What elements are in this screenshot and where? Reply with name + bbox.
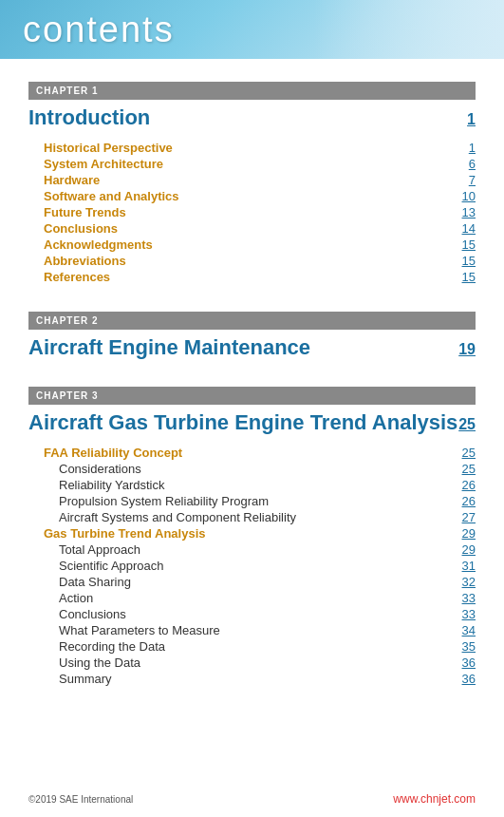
toc-item-label[interactable]: Scientific Approach xyxy=(28,559,449,573)
toc-item: Using the Data36 xyxy=(28,655,476,671)
toc-item-page[interactable]: 29 xyxy=(449,526,476,541)
toc-item: Historical Perspective1 xyxy=(28,140,476,156)
toc-item-label[interactable]: Future Trends xyxy=(28,205,449,219)
toc-item-page[interactable]: 25 xyxy=(449,446,476,460)
toc-item-page[interactable]: 36 xyxy=(449,656,476,670)
toc-item-label[interactable]: FAA Reliability Concept xyxy=(28,446,449,460)
toc-item-label[interactable]: Conclusions xyxy=(28,221,449,236)
toc-item-label[interactable]: Historical Perspective xyxy=(28,141,449,155)
toc-item: Summary36 xyxy=(28,671,476,687)
chapter-bar-2: CHAPTER 2 xyxy=(28,312,476,330)
chapter-title-row-2: Aircraft Engine Maintenance19 xyxy=(28,335,476,360)
toc-item: Recording the Data35 xyxy=(28,638,476,655)
chapter-title-1[interactable]: Introduction xyxy=(28,105,150,130)
toc-item-label[interactable]: Propulsion System Reliability Program xyxy=(28,494,449,508)
toc-item-label[interactable]: Recording the Data xyxy=(28,639,449,654)
toc-item-label[interactable]: Using the Data xyxy=(28,656,449,670)
toc-item: Considerations25 xyxy=(28,461,476,477)
toc-item: Aircraft Systems and Component Reliabili… xyxy=(28,509,476,525)
toc-item-page[interactable]: 29 xyxy=(449,542,476,557)
main-content: CHAPTER 1Introduction1Historical Perspec… xyxy=(0,59,504,732)
chapter-title-row-3: Aircraft Gas Turbine Engine Trend Analys… xyxy=(28,410,476,435)
toc-item: Abbreviations15 xyxy=(28,253,476,269)
toc-item-label[interactable]: Aircraft Systems and Component Reliabili… xyxy=(28,510,449,524)
toc-item-page[interactable]: 7 xyxy=(449,173,476,187)
toc-item-label[interactable]: Total Approach xyxy=(28,542,449,557)
toc-item-label[interactable]: Hardware xyxy=(28,173,449,187)
toc-item-page[interactable]: 25 xyxy=(449,462,476,476)
toc-item: Conclusions14 xyxy=(28,220,476,237)
toc-item-label[interactable]: Software and Analytics xyxy=(28,189,449,203)
toc-item: Hardware7 xyxy=(28,172,476,188)
toc-item-page[interactable]: 32 xyxy=(449,575,476,589)
toc-item: Total Approach29 xyxy=(28,542,476,558)
toc-item-page[interactable]: 10 xyxy=(449,189,476,203)
toc-item: Conclusions33 xyxy=(28,606,476,622)
toc-item: Data Sharing32 xyxy=(28,574,476,590)
chapter-page-3[interactable]: 25 xyxy=(458,416,476,433)
toc-item-label[interactable]: Considerations xyxy=(28,462,449,476)
toc-item: Gas Turbine Trend Analysis29 xyxy=(28,525,476,542)
toc-item-label[interactable]: Summary xyxy=(28,672,449,686)
toc-item: Propulsion System Reliability Program26 xyxy=(28,493,476,509)
toc-item-page[interactable]: 33 xyxy=(449,591,476,605)
chapter-title-2[interactable]: Aircraft Engine Maintenance xyxy=(28,335,310,360)
toc-item-page[interactable]: 1 xyxy=(449,141,476,155)
chapter-section-3: CHAPTER 3Aircraft Gas Turbine Engine Tre… xyxy=(28,387,476,687)
chapter-section-2: CHAPTER 2Aircraft Engine Maintenance19 xyxy=(28,312,476,360)
toc-item-page[interactable]: 35 xyxy=(449,639,476,654)
toc-item-page[interactable]: 13 xyxy=(449,205,476,219)
header: contents xyxy=(0,0,504,59)
toc-item: What Parameters to Measure34 xyxy=(28,622,476,638)
toc-item: References15 xyxy=(28,269,476,285)
chapter-section-1: CHAPTER 1Introduction1Historical Perspec… xyxy=(28,82,476,285)
toc-item-label[interactable]: References xyxy=(28,270,449,284)
chapter-bar-3: CHAPTER 3 xyxy=(28,387,476,405)
toc-item-label[interactable]: Reliability Yardstick xyxy=(28,478,449,492)
toc-item-page[interactable]: 31 xyxy=(449,559,476,573)
toc-item-label[interactable]: Acknowledgments xyxy=(28,238,449,252)
toc-item-page[interactable]: 33 xyxy=(449,607,476,621)
toc-item-page[interactable]: 36 xyxy=(449,672,476,686)
toc-item-label[interactable]: Gas Turbine Trend Analysis xyxy=(28,526,449,541)
footer-copyright: ©2019 SAE International xyxy=(28,794,133,805)
toc-item: Future Trends13 xyxy=(28,204,476,220)
toc-item-page[interactable]: 15 xyxy=(449,270,476,284)
chapter-page-2[interactable]: 19 xyxy=(458,341,476,358)
toc-item-page[interactable]: 6 xyxy=(449,157,476,171)
toc-item-page[interactable]: 15 xyxy=(449,254,476,268)
toc-item-label[interactable]: Action xyxy=(28,591,449,605)
toc-item-page[interactable]: 27 xyxy=(449,510,476,524)
toc-item-page[interactable]: 34 xyxy=(449,623,476,637)
toc-item-label[interactable]: What Parameters to Measure xyxy=(28,623,449,637)
toc-item-page[interactable]: 26 xyxy=(449,478,476,492)
toc-item-page[interactable]: 14 xyxy=(449,221,476,236)
toc-item: Acknowledgments15 xyxy=(28,237,476,253)
chapter-page-1[interactable]: 1 xyxy=(467,111,476,128)
toc-item-page[interactable]: 26 xyxy=(449,494,476,508)
chapter-title-row-1: Introduction1 xyxy=(28,105,476,130)
chapter-bar-1: CHAPTER 1 xyxy=(28,82,476,100)
toc-item-label[interactable]: System Architecture xyxy=(28,157,449,171)
toc-item: Action33 xyxy=(28,590,476,606)
header-title: contents xyxy=(23,10,175,50)
page-wrapper: contents CHAPTER 1Introduction1Historica… xyxy=(0,0,504,817)
toc-item-label[interactable]: Data Sharing xyxy=(28,575,449,589)
toc-item: Reliability Yardstick26 xyxy=(28,477,476,493)
toc-item-label[interactable]: Abbreviations xyxy=(28,254,449,268)
toc-item-label[interactable]: Conclusions xyxy=(28,607,449,621)
toc-item: Scientific Approach31 xyxy=(28,558,476,574)
footer: ©2019 SAE International www.chnjet.com xyxy=(28,792,476,806)
chapter-title-3[interactable]: Aircraft Gas Turbine Engine Trend Analys… xyxy=(28,410,457,435)
footer-website: www.chnjet.com xyxy=(393,792,476,806)
toc-item-page[interactable]: 15 xyxy=(449,238,476,252)
toc-item: FAA Reliability Concept25 xyxy=(28,445,476,461)
toc-item: Software and Analytics10 xyxy=(28,188,476,204)
toc-item: System Architecture6 xyxy=(28,156,476,172)
